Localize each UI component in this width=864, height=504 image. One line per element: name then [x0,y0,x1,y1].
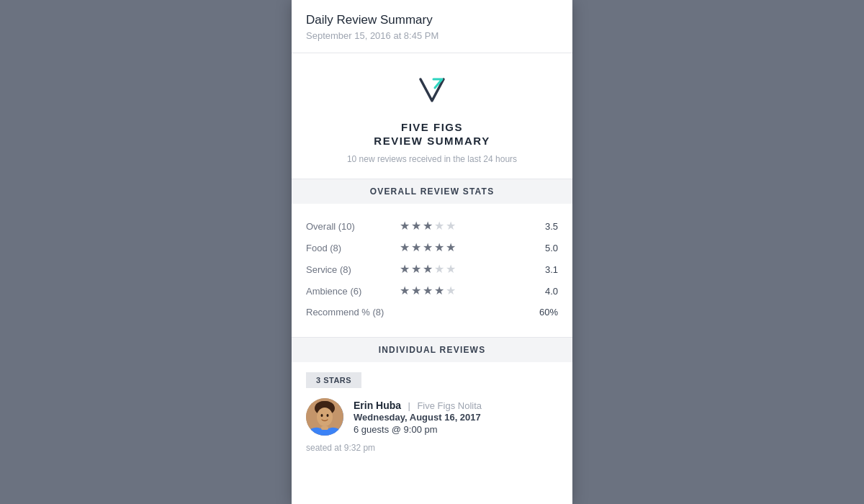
stars-food: ★ ★ ★ ★ ★ [400,242,529,253]
star-1: ★ [400,264,410,275]
stars-badge: 3 STARS [306,372,361,388]
stat-value-recommend: 60% [529,307,558,318]
stat-row-recommend: Recommend % (8) 60% [306,302,558,323]
reviewer-info: Erin Huba | Five Figs Nolita Wednesday, … [306,398,558,436]
star-3: ★ [423,242,433,253]
stat-label-service: Service (8) [306,264,400,275]
svg-rect-6 [321,426,328,430]
stat-value-ambience: 4.0 [529,286,558,297]
reviewer-separator: | [408,400,410,411]
avatar [306,398,343,436]
stats-section: Overall (10) ★ ★ ★ ★ ★ 3.5 Food (8) ★ ★ … [292,204,572,338]
star-2: ★ [411,285,421,297]
review-note: seated at 9:32 pm [306,443,558,453]
star-1: ★ [400,242,410,253]
star-1: ★ [400,285,410,297]
review-guests: 6 guests @ 9:00 pm [354,424,482,435]
reviewer-name: Erin Huba [354,400,401,411]
star-3: ★ [423,220,433,232]
star-4: ★ [434,264,444,275]
brand-logo-icon [413,73,451,111]
svg-point-3 [317,408,333,426]
stars-overall: ★ ★ ★ ★ ★ [400,220,529,232]
star-3: ★ [423,285,433,297]
star-2: ★ [411,264,421,275]
reviewer-name-line: Erin Huba | Five Figs Nolita [354,399,482,412]
stat-row-overall: Overall (10) ★ ★ ★ ★ ★ 3.5 [306,215,558,237]
star-4: ★ [434,242,444,253]
stat-label-food: Food (8) [306,243,400,253]
stat-label-overall: Overall (10) [306,221,400,232]
stat-row-service: Service (8) ★ ★ ★ ★ ★ 3.1 [306,258,558,280]
star-5: ★ [446,285,456,297]
stat-label-ambience: Ambience (6) [306,286,400,297]
stat-row-food: Food (8) ★ ★ ★ ★ ★ 5.0 [306,237,558,258]
stat-value-food: 5.0 [529,243,558,253]
review-summary-label: REVIEW SUMMARY [374,135,490,147]
reviews-count: 10 new reviews received in the last 24 h… [347,154,517,164]
main-card: Daily Review Summary September 15, 2016 … [292,0,572,504]
svg-point-5 [327,414,329,417]
email-date: September 15, 2016 at 8:45 PM [306,30,558,41]
reviewer-details: Erin Huba | Five Figs Nolita Wednesday, … [354,399,482,435]
star-5: ★ [446,220,456,232]
email-header: Daily Review Summary September 15, 2016 … [292,0,572,53]
star-5: ★ [446,242,456,253]
avatar-image [306,398,343,436]
star-5: ★ [446,264,456,275]
star-2: ★ [411,220,421,232]
stat-label-recommend: Recommend % (8) [306,307,400,318]
stat-value-overall: 3.5 [529,221,558,232]
svg-point-4 [321,414,323,417]
stars-service: ★ ★ ★ ★ ★ [400,264,529,275]
review-date: Wednesday, August 16, 2017 [354,412,482,423]
stars-badge-container: 3 STARS [292,362,572,388]
individual-reviews-header: INDIVIDUAL REVIEWS [292,338,572,362]
star-2: ★ [411,242,421,253]
restaurant-name: FIVE FIGS [401,121,463,133]
review-card: Erin Huba | Five Figs Nolita Wednesday, … [292,388,572,463]
star-1: ★ [400,220,410,232]
stars-ambience: ★ ★ ★ ★ ★ [400,285,529,297]
star-4: ★ [434,220,444,232]
star-3: ★ [423,264,433,275]
reviewer-location: Five Figs Nolita [417,400,482,411]
email-title: Daily Review Summary [306,13,558,27]
logo-section: FIVE FIGS REVIEW SUMMARY 10 new reviews … [292,53,572,179]
overall-stats-header: OVERALL REVIEW STATS [292,179,572,204]
star-4: ★ [434,285,444,297]
stat-row-ambience: Ambience (6) ★ ★ ★ ★ ★ 4.0 [306,280,558,302]
stat-value-service: 3.1 [529,264,558,275]
